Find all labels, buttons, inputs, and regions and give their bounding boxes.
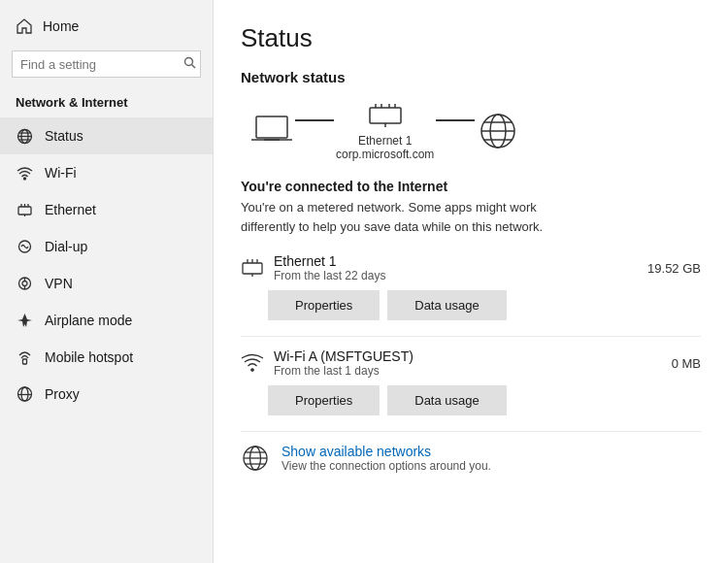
diagram-switch: Ethernet 1 corp.microsoft.com: [336, 101, 434, 161]
sidebar-item-vpn[interactable]: VPN: [0, 265, 213, 302]
wifi-datausage-button[interactable]: Data usage: [387, 385, 507, 415]
sidebar-label-hotspot: Mobile hotspot: [45, 349, 133, 365]
hotspot-icon: [16, 348, 33, 366]
sidebar: Home Network & Internet Status: [0, 0, 214, 563]
sidebar-label-vpn: VPN: [45, 276, 73, 291]
diagram-line-2: [436, 119, 475, 121]
sidebar-label-status: Status: [45, 128, 83, 144]
network-card-ethernet: Ethernet 1 From the last 22 days 19.52 G…: [241, 253, 701, 320]
home-icon: [16, 17, 33, 35]
ethernet-sub: From the last 22 days: [274, 269, 638, 282]
network-card-wifi-info: Wi-Fi A (MSFTGUEST) From the last 1 days: [274, 348, 662, 378]
sidebar-item-proxy[interactable]: Proxy: [0, 376, 213, 413]
svg-rect-26: [370, 108, 401, 123]
svg-rect-37: [243, 263, 262, 274]
diagram-node-label: Ethernet 1 corp.microsoft.com: [336, 134, 434, 161]
sidebar-item-status[interactable]: Status: [0, 117, 213, 154]
wifi-card-icon: [241, 352, 264, 375]
ethernet-card-icon: [241, 256, 264, 281]
show-networks-sub: View the connection options around you.: [281, 459, 491, 473]
wifi-sub: From the last 1 days: [274, 364, 662, 378]
connected-heading: You're connected to the Internet: [241, 179, 701, 194]
svg-point-7: [23, 178, 25, 180]
main-content: Status Network status Ethernet 1: [214, 0, 728, 563]
search-input[interactable]: [20, 57, 183, 72]
wifi-properties-button[interactable]: Properties: [268, 385, 380, 415]
section-title: Network & Internet: [0, 89, 213, 117]
sidebar-item-wifi[interactable]: Wi-Fi: [0, 154, 213, 191]
sidebar-label-ethernet: Ethernet: [45, 202, 96, 217]
network-card-wifi: Wi-Fi A (MSFTGUEST) From the last 1 days…: [241, 348, 701, 415]
home-label: Home: [43, 18, 79, 34]
network-card-ethernet-info: Ethernet 1 From the last 22 days: [274, 253, 638, 282]
dialup-icon: [16, 238, 33, 255]
show-networks-label[interactable]: Show available networks: [281, 444, 491, 459]
wifi-data: 0 MB: [672, 356, 701, 371]
ethernet-properties-button[interactable]: Properties: [268, 290, 380, 320]
divider-2: [241, 431, 701, 432]
divider-1: [241, 336, 701, 337]
wifi-icon: [16, 164, 33, 182]
ethernet-icon: [16, 201, 33, 218]
network-diagram: Ethernet 1 corp.microsoft.com: [250, 101, 701, 161]
network-card-ethernet-header: Ethernet 1 From the last 22 days 19.52 G…: [241, 253, 701, 282]
airplane-icon: [16, 312, 33, 329]
svg-point-42: [251, 368, 253, 370]
sidebar-label-dialup: Dial-up: [45, 239, 87, 254]
sidebar-label-wifi: Wi-Fi: [45, 165, 77, 181]
sidebar-item-airplane[interactable]: Airplane mode: [0, 302, 213, 339]
svg-line-1: [192, 65, 196, 69]
svg-point-15: [22, 282, 27, 286]
diagram-laptop: [250, 115, 293, 148]
ethernet-datausage-button[interactable]: Data usage: [387, 290, 507, 320]
proxy-icon: [16, 385, 33, 403]
ethernet-name: Ethernet 1: [274, 253, 638, 269]
page-title: Status: [241, 23, 701, 53]
diagram-internet: [477, 112, 519, 150]
diagram-line-1: [295, 119, 334, 121]
wifi-buttons: Properties Data usage: [268, 385, 701, 415]
sidebar-label-proxy: Proxy: [45, 386, 80, 402]
section-title: Network status: [241, 69, 701, 85]
search-box[interactable]: [12, 50, 201, 78]
svg-rect-8: [18, 207, 31, 215]
show-networks: Show available networks View the connect…: [241, 444, 701, 476]
globe-icon: [16, 127, 33, 145]
vpn-icon: [16, 275, 33, 292]
sidebar-item-ethernet[interactable]: Ethernet: [0, 191, 213, 228]
sidebar-label-airplane: Airplane mode: [45, 313, 132, 328]
sidebar-item-dialup[interactable]: Dial-up: [0, 228, 213, 265]
connected-sub: You're on a metered network. Some apps m…: [241, 198, 701, 236]
ethernet-data: 19.52 GB: [647, 261, 701, 276]
network-card-wifi-header: Wi-Fi A (MSFTGUEST) From the last 1 days…: [241, 348, 701, 378]
svg-rect-23: [256, 116, 287, 138]
sidebar-item-home[interactable]: Home: [0, 8, 213, 45]
svg-rect-18: [22, 359, 26, 364]
search-icon: [183, 56, 196, 72]
show-networks-text: Show available networks View the connect…: [281, 444, 491, 473]
sidebar-item-hotspot[interactable]: Mobile hotspot: [0, 339, 213, 376]
svg-point-0: [185, 58, 193, 66]
show-networks-icon: [241, 444, 270, 476]
ethernet-buttons: Properties Data usage: [268, 290, 701, 320]
wifi-name: Wi-Fi A (MSFTGUEST): [274, 348, 662, 364]
